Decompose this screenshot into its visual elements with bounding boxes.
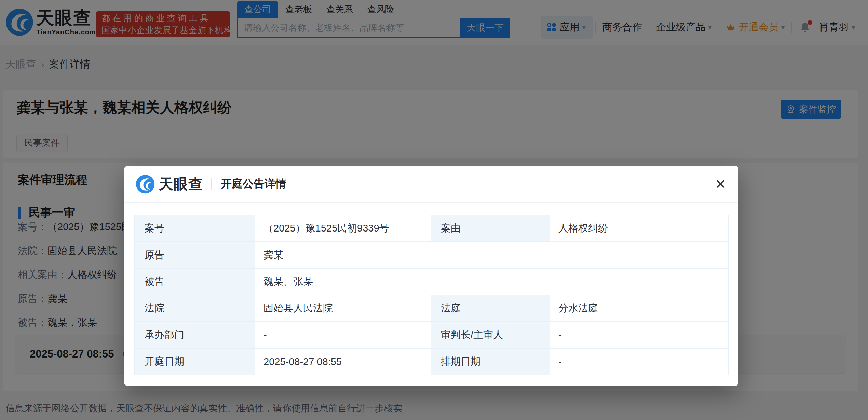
cell-label: 开庭日期 [135,348,255,375]
cell-value: 分水法庭 [550,295,729,322]
table-row: 案号 （2025）豫1525民初9339号 案由 人格权纠纷 [135,215,729,242]
hearing-detail-table: 案号 （2025）豫1525民初9339号 案由 人格权纠纷 原告 龚某 被告 … [134,215,729,375]
cell-label: 被告 [135,268,255,295]
cell-value: （2025）豫1525民初9339号 [255,215,431,242]
cell-value: - [550,348,729,375]
modal-logo-swirl-icon [136,174,155,194]
cell-label: 法院 [135,295,255,322]
table-row: 原告 龚某 [135,242,729,268]
cell-label: 法庭 [431,295,550,322]
cell-value: 龚某 [255,242,729,268]
cell-value: - [550,322,729,348]
cell-label: 原告 [135,242,255,268]
cell-value: 人格权纠纷 [550,215,729,242]
table-row: 法院 固始县人民法院 法庭 分水法庭 [135,295,729,322]
cell-value: 魏某、张某 [255,268,729,295]
cell-label: 审判长/主审人 [431,322,550,348]
hearing-detail-modal: 天眼查 开庭公告详情 ✕ 案号 （2025）豫1525民初9339号 案由 人格… [124,166,738,386]
table-row: 被告 魏某、张某 [135,268,729,295]
cell-value: 固始县人民法院 [255,295,431,322]
table-row: 承办部门 - 审判长/主审人 - [135,322,729,348]
table-row: 开庭日期 2025-08-27 08:55 排期日期 - [135,348,729,375]
modal-brand-name: 天眼查 [159,174,203,194]
cell-value: 2025-08-27 08:55 [255,348,431,375]
modal-header: 天眼查 开庭公告详情 ✕ [124,166,738,203]
modal-title: 开庭公告详情 [221,177,286,192]
cell-label: 排期日期 [431,348,550,375]
modal-body: 案号 （2025）豫1525民初9339号 案由 人格权纠纷 原告 龚某 被告 … [124,203,738,375]
cell-label: 案号 [135,215,255,242]
cell-label: 承办部门 [135,322,255,348]
close-icon[interactable]: ✕ [715,177,726,191]
cell-label: 案由 [431,215,550,242]
modal-header-divider [211,178,212,190]
page: 天眼查 TianYanCha.com 都在用的商业查询工具 国家中小企业发展子基… [0,0,868,420]
cell-value: - [255,322,431,348]
